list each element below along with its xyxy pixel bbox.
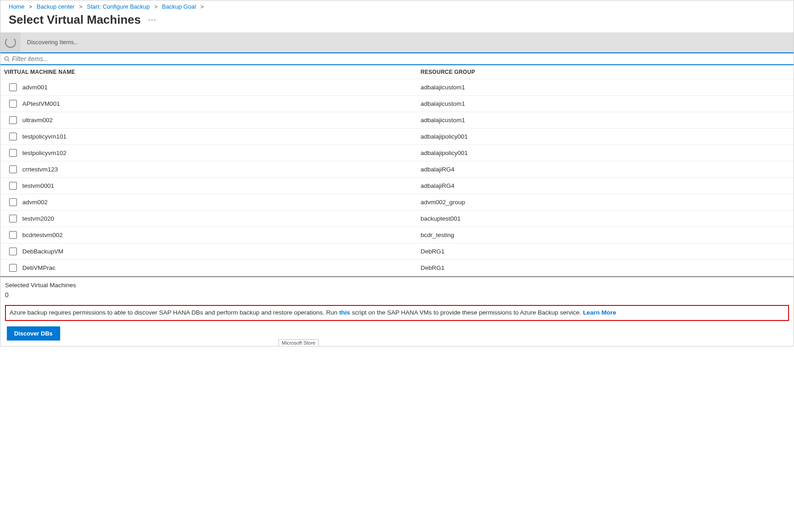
filter-input[interactable] — [10, 54, 790, 63]
resource-group-cell: adbalajipolicy001 — [421, 133, 468, 140]
filter-bar — [0, 52, 794, 65]
column-header-resource-group[interactable]: RESOURCE GROUP — [421, 69, 790, 75]
breadcrumb: Home > Backup center > Start: Configure … — [0, 0, 794, 11]
row-checkbox[interactable] — [9, 182, 17, 190]
table-row[interactable]: crrtestvm123adbalajiRG4 — [0, 161, 794, 178]
resource-group-cell: DebRG1 — [421, 248, 445, 255]
info-text-post: script on the SAP HANA VMs to provide th… — [350, 309, 583, 316]
chevron-right-icon: > — [79, 3, 82, 10]
chevron-right-icon: > — [200, 3, 204, 10]
table-row[interactable]: bcdrtestvm002bcdr_testing — [0, 227, 794, 243]
vm-name-cell: crrtestvm123 — [22, 166, 58, 173]
table-row[interactable]: testpolicyvm101adbalajipolicy001 — [0, 129, 794, 145]
resource-group-cell: adbalajicustom1 — [421, 117, 465, 124]
resource-group-cell: adbalajiRG4 — [421, 182, 454, 189]
resource-group-cell: bcdr_testing — [421, 232, 454, 238]
row-checkbox[interactable] — [9, 198, 17, 206]
svg-point-0 — [5, 57, 8, 60]
table-row[interactable]: ultravm002adbalajicustom1 — [0, 112, 794, 129]
selected-vms-label: Selected Virtual Machines — [0, 277, 794, 291]
vm-name-cell: testvm2020 — [22, 215, 54, 222]
resource-group-cell: adbalajicustom1 — [421, 84, 465, 91]
vm-name-cell: advm001 — [22, 84, 48, 91]
table-row[interactable]: testvm0001adbalajiRG4 — [0, 178, 794, 194]
chevron-right-icon: > — [154, 3, 158, 10]
table-row[interactable]: DebBackupVMDebRG1 — [0, 243, 794, 260]
more-actions-icon[interactable]: ··· — [148, 15, 156, 25]
loading-spinner-icon — [5, 37, 16, 48]
resource-group-cell: backuptest001 — [421, 215, 461, 222]
breadcrumb-home[interactable]: Home — [9, 3, 25, 10]
vm-name-cell: ultravm002 — [22, 117, 53, 124]
table-row[interactable]: DebVMPracDebRG1 — [0, 260, 794, 276]
search-icon — [4, 56, 10, 62]
table-row[interactable]: advm002advm002_group — [0, 194, 794, 211]
row-checkbox[interactable] — [9, 165, 17, 173]
resource-group-cell: adbalajiRG4 — [421, 166, 454, 173]
row-checkbox[interactable] — [9, 83, 17, 91]
row-checkbox[interactable] — [9, 264, 17, 272]
resource-group-cell: advm002_group — [421, 199, 465, 206]
row-checkbox[interactable] — [9, 248, 17, 255]
row-checkbox[interactable] — [9, 116, 17, 124]
vm-name-cell: testpolicyvm101 — [22, 133, 67, 140]
vm-name-cell: DebVMPrac — [22, 264, 56, 271]
table-header: VIRTUAL MACHINE NAME RESOURCE GROUP — [0, 65, 794, 79]
row-checkbox[interactable] — [9, 231, 17, 239]
vm-name-cell: testpolicyvm102 — [22, 150, 67, 156]
microsoft-store-tooltip: Microsoft Store — [278, 339, 319, 346]
selected-vms-count: 0 — [0, 291, 794, 305]
vm-name-cell: bcdrtestvm002 — [22, 232, 63, 238]
resource-group-cell: adbalajipolicy001 — [421, 150, 468, 156]
vm-table-body: advm001adbalajicustom1APtestVM001adbalaj… — [0, 79, 794, 276]
table-row[interactable]: advm001adbalajicustom1 — [0, 79, 794, 96]
resource-group-cell: adbalajicustom1 — [421, 100, 465, 107]
table-row[interactable]: APtestVM001adbalajicustom1 — [0, 96, 794, 112]
script-link[interactable]: this — [339, 309, 350, 316]
chevron-right-icon: > — [29, 3, 32, 10]
vm-name-cell: DebBackupVM — [22, 248, 63, 255]
vm-name-cell: APtestVM001 — [22, 100, 60, 107]
resource-group-cell: DebRG1 — [421, 264, 445, 271]
learn-more-link[interactable]: Learn More — [583, 309, 616, 316]
breadcrumb-backup-center[interactable]: Backup center — [37, 3, 75, 10]
status-bar: Discovering Items.. — [0, 32, 794, 52]
table-row[interactable]: testvm2020backuptest001 — [0, 211, 794, 227]
row-checkbox[interactable] — [9, 215, 17, 222]
row-checkbox[interactable] — [9, 100, 17, 108]
discover-dbs-button[interactable]: Discover DBs — [7, 326, 60, 341]
row-checkbox[interactable] — [9, 149, 17, 157]
svg-line-1 — [8, 60, 9, 61]
vm-name-cell: testvm0001 — [22, 182, 54, 189]
table-row[interactable]: testpolicyvm102adbalajipolicy001 — [0, 145, 794, 161]
status-text: Discovering Items.. — [21, 39, 77, 46]
vm-name-cell: advm002 — [22, 199, 48, 206]
spinner-container — [0, 32, 21, 52]
permissions-info-banner: Azure backup requires permissions to abl… — [5, 305, 789, 321]
column-header-vm-name[interactable]: VIRTUAL MACHINE NAME — [4, 69, 421, 75]
breadcrumb-backup-goal[interactable]: Backup Goal — [162, 3, 196, 10]
row-checkbox[interactable] — [9, 133, 17, 140]
breadcrumb-configure-backup[interactable]: Start: Configure Backup — [87, 3, 150, 10]
page-title: Select Virtual Machines — [9, 13, 141, 27]
info-text-pre: Azure backup requires permissions to abl… — [10, 309, 339, 316]
